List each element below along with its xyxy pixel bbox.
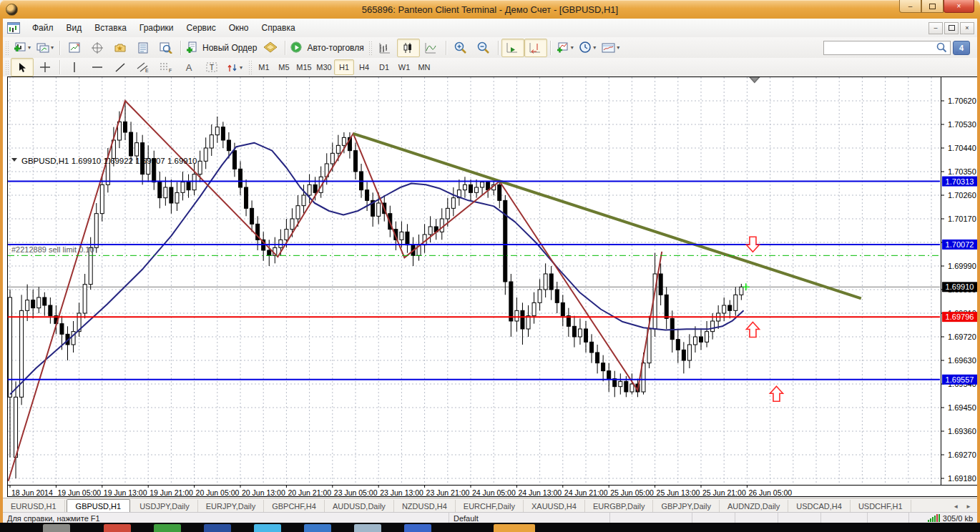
taskbar-icon[interactable]	[204, 524, 231, 532]
tabs-scroll-right-button[interactable]: ►	[963, 501, 974, 513]
status-cell	[868, 513, 909, 523]
timeframe-button-w1[interactable]: W1	[394, 59, 414, 75]
chart-tab-eurchf[interactable]: EURCHF,Daily	[456, 500, 524, 513]
toolbar-drag-handle[interactable]	[5, 60, 9, 74]
taskbar-icon[interactable]	[304, 524, 331, 532]
chart-tab-audusd[interactable]: AUDUSD,Daily	[325, 500, 394, 513]
timeframe-button-h1[interactable]: H1	[334, 59, 354, 75]
strategy-tester-button[interactable]	[155, 39, 177, 57]
candlestick-chart-button[interactable]	[397, 39, 420, 57]
chart-tab-usdjpy[interactable]: USDJPY,Daily	[132, 500, 198, 513]
time-axis-label: 24 Jun 13:00	[518, 488, 562, 497]
toolbar-drag-handle[interactable]	[5, 41, 9, 55]
new-chart-button[interactable]: ▾	[11, 39, 34, 57]
chart-tab-usdchf[interactable]: USDCHF,H1	[851, 500, 911, 513]
price-badge-text: 1.70313	[946, 177, 974, 186]
taskbar-icon[interactable]	[104, 524, 131, 532]
arrows-tool-button[interactable]: ▾	[223, 58, 246, 77]
maximize-button[interactable]	[921, 0, 944, 13]
equidistant-channel-tool-button[interactable]: E	[132, 58, 155, 77]
menu-help[interactable]: Справка	[255, 20, 302, 36]
child-restore-button[interactable]	[944, 22, 959, 34]
chart-tab-gbpchf[interactable]: GBPCHF,H4	[264, 500, 325, 513]
chart-area[interactable]: #2212889 sell limit 0.10GBPUSD,H1 1.6991…	[0, 77, 980, 498]
time-axis-label: 25 Jun 21:00	[702, 488, 746, 497]
data-window-button[interactable]	[86, 39, 109, 57]
taskbar-icon[interactable]	[354, 524, 381, 532]
price-axis-label: 1.69180	[948, 474, 976, 483]
taskbar-icon[interactable]	[254, 524, 281, 532]
maximize-icon	[929, 4, 936, 9]
timeframe-button-mn[interactable]: MN	[414, 59, 434, 75]
trendline-tool-button[interactable]	[109, 58, 132, 77]
title-bar[interactable]: 565896: Panteon Client Terminal - Демо С…	[0, 0, 980, 19]
chart-tab-xauusd[interactable]: XAUUSD,H4	[524, 500, 585, 513]
status-profile[interactable]: Default	[449, 513, 610, 523]
vertical-line-tool-button[interactable]	[63, 58, 86, 77]
zoom-out-button[interactable]	[472, 39, 495, 57]
indicators-button[interactable]: ▾	[554, 39, 577, 57]
terminal-button[interactable]	[132, 39, 155, 57]
menu-charts[interactable]: Графики	[133, 20, 180, 36]
toolbar-drag-handle[interactable]	[248, 60, 252, 74]
autotrading-button[interactable]: Авто-торговля	[288, 39, 366, 57]
search-input[interactable]	[823, 41, 951, 55]
price-axis-label: 1.69990	[948, 262, 976, 270]
taskbar-icon[interactable]	[43, 524, 70, 532]
menu-window[interactable]: Окно	[222, 20, 255, 36]
timeframe-button-d1[interactable]: D1	[374, 59, 394, 75]
market-watch-button[interactable]	[63, 39, 86, 57]
chart-tab-audnzd[interactable]: AUDNZD,Daily	[720, 500, 788, 513]
messages-badge[interactable]: 4	[953, 41, 970, 55]
tabs-scroll-left-button[interactable]: ◄	[950, 501, 961, 513]
time-axis-label: 20 Jun 05:00	[196, 488, 240, 497]
bar-chart-button[interactable]	[374, 39, 397, 57]
minimize-button[interactable]: –	[899, 0, 921, 13]
chart-tab-eurjpy[interactable]: EURJPY,Daily	[198, 500, 265, 513]
child-close-button[interactable]: ×	[960, 22, 974, 34]
navigator-button[interactable]: ★	[109, 39, 132, 57]
taskbar-active-app[interactable]	[494, 524, 535, 532]
taskbar-icon[interactable]	[154, 524, 181, 532]
periods-button[interactable]: ▾	[577, 39, 599, 57]
templates-button[interactable]: ▾	[599, 39, 622, 57]
dropdown-arrow-icon: ▾	[593, 44, 596, 51]
taskbar-icon[interactable]	[404, 524, 431, 532]
timeframe-button-m5[interactable]: M5	[274, 59, 294, 75]
menu-tools[interactable]: Сервис	[180, 20, 222, 36]
chart-tab-nzdusd[interactable]: NZDUSD,H4	[394, 500, 456, 513]
chart-window-icon[interactable]	[7, 22, 20, 34]
chart-tab-eurgbp[interactable]: EURGBP,Daily	[585, 500, 654, 513]
time-axis-label: 19 Jun 13:00	[104, 488, 147, 497]
text-tool-button[interactable]: A	[177, 58, 200, 77]
profiles-button[interactable]: ▾	[34, 39, 57, 57]
crosshair-tool-button[interactable]	[34, 58, 57, 77]
fibonacci-tool-button[interactable]: F	[155, 58, 177, 77]
text-label-tool-button[interactable]: T	[200, 58, 223, 77]
chart-tab-usdcad[interactable]: USDCAD,H4	[788, 500, 851, 513]
line-chart-button[interactable]	[420, 39, 443, 57]
metaeditor-button[interactable]	[259, 39, 282, 57]
timeframe-button-m15[interactable]: M15	[294, 59, 314, 75]
new-order-button[interactable]: Новый Ордер	[184, 39, 259, 57]
cursor-tool-button[interactable]	[11, 58, 34, 77]
auto-scroll-button[interactable]	[501, 39, 524, 57]
chart-shift-button[interactable]	[524, 39, 547, 57]
horizontal-line-tool-button[interactable]	[86, 58, 109, 77]
timeframe-button-h4[interactable]: H4	[354, 59, 374, 75]
windows-taskbar[interactable]	[0, 523, 980, 532]
menu-view[interactable]: Вид	[60, 20, 89, 36]
menu-file[interactable]: Файл	[26, 20, 60, 36]
close-button[interactable]: ×	[944, 0, 974, 13]
timeframe-button-m1[interactable]: M1	[254, 59, 274, 75]
chart-tab-gbpjpy[interactable]: GBPJPY,Daily	[653, 500, 720, 513]
zoom-in-button[interactable]	[449, 39, 472, 57]
toolbar-drag-handle[interactable]	[368, 41, 372, 55]
price-axis-label: 1.69450	[948, 403, 976, 412]
chart-tab-gbpusd[interactable]: GBPUSD,H1	[67, 499, 131, 513]
child-minimize-button[interactable]: –	[928, 22, 943, 34]
menu-insert[interactable]: Вставка	[88, 20, 133, 36]
search-icon[interactable]	[936, 42, 947, 53]
chart-tab-eurusd[interactable]: EURUSD,H1	[3, 500, 65, 513]
timeframe-button-m30[interactable]: M30	[314, 59, 334, 75]
